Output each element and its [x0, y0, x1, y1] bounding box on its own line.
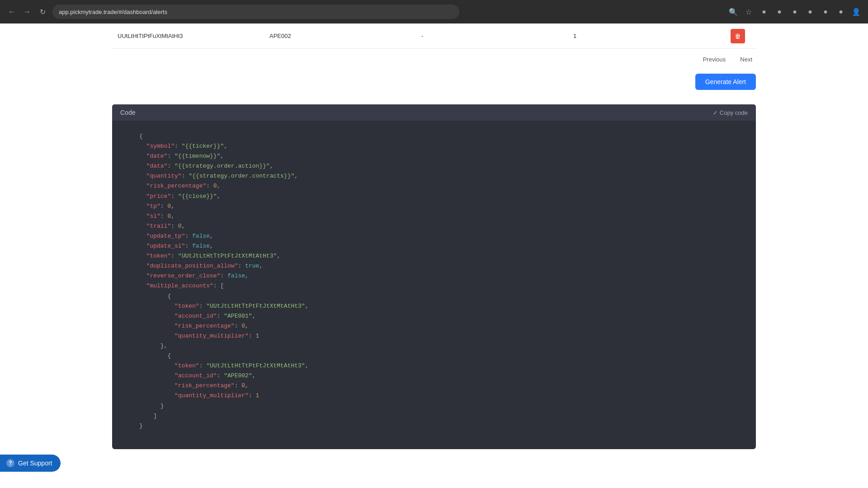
- table-row: UUtLtHtTtPtFuXtMtAtHt3 APE002 - 1 🗑: [112, 23, 756, 49]
- nav-back-button[interactable]: ←: [5, 5, 18, 18]
- table-area: UUtLtHtTtPtFuXtMtAtHt3 APE002 - 1 🗑: [0, 23, 868, 49]
- pagination-area: Previous Next: [0, 49, 868, 70]
- copy-code-button[interactable]: ✓ Copy code: [713, 109, 748, 116]
- table-cell-name: UUtLtHtTtPtFuXtMtAtHt3: [112, 33, 264, 39]
- alert-dash: -: [421, 33, 423, 39]
- extension-icon-2[interactable]: ●: [773, 5, 786, 18]
- next-page-button[interactable]: Next: [736, 54, 756, 65]
- code-body: { "symbol": "{{ticker}}", "date": "{{tim…: [112, 121, 756, 449]
- extension-icon-6[interactable]: ●: [835, 5, 847, 18]
- generate-alert-button[interactable]: Generate Alert: [695, 74, 756, 90]
- copy-code-label: ✓ Copy code: [713, 109, 748, 116]
- page-content: UUtLtHtTtPtFuXtMtAtHt3 APE002 - 1 🗑 Prev…: [0, 23, 868, 488]
- previous-page-button[interactable]: Previous: [699, 54, 730, 65]
- extension-icon-3[interactable]: ●: [788, 5, 801, 18]
- generate-alert-area: Generate Alert: [0, 70, 868, 94]
- address-bar[interactable]: app.pickmytrade.trade/#/dashboard/alerts: [52, 5, 459, 19]
- browser-nav-buttons: ← → ↻: [5, 5, 49, 18]
- nav-forward-button[interactable]: →: [21, 5, 33, 18]
- browser-chrome: ← → ↻ app.pickmytrade.trade/#/dashboard/…: [0, 0, 868, 23]
- alert-symbol: APE002: [269, 33, 291, 39]
- support-icon: ?: [6, 459, 14, 467]
- nav-refresh-button[interactable]: ↻: [36, 5, 49, 18]
- alert-name: UUtLtHtTtPtFuXtMtAtHt3: [118, 33, 183, 39]
- trash-icon: 🗑: [735, 33, 741, 40]
- delete-alert-button[interactable]: 🗑: [731, 29, 745, 43]
- code-panel-header: Code ✓ Copy code: [112, 104, 756, 121]
- browser-right-icons: 🔍 ☆ ● ● ● ● ● ● 👤: [727, 5, 863, 18]
- table-cell-symbol: APE002: [264, 33, 416, 39]
- extension-icon-5[interactable]: ●: [819, 5, 832, 18]
- alert-count: 1: [573, 33, 576, 39]
- code-panel-title: Code: [120, 109, 135, 116]
- extension-icon-1[interactable]: ●: [758, 5, 770, 18]
- get-support-button[interactable]: ? Get Support: [0, 455, 61, 472]
- table-cell-dash: -: [416, 33, 568, 39]
- extension-icon-4[interactable]: ●: [804, 5, 816, 18]
- profile-icon[interactable]: 👤: [850, 5, 863, 18]
- get-support-label: Get Support: [18, 460, 52, 467]
- bookmark-icon[interactable]: ☆: [742, 5, 755, 18]
- search-icon[interactable]: 🔍: [727, 5, 740, 18]
- table-cell-count: 1: [568, 33, 720, 39]
- url-text: app.pickmytrade.trade/#/dashboard/alerts: [59, 9, 167, 15]
- table-cell-action: 🗑: [720, 29, 756, 43]
- code-panel: Code ✓ Copy code { "symbol": "{{ticker}}…: [112, 104, 756, 449]
